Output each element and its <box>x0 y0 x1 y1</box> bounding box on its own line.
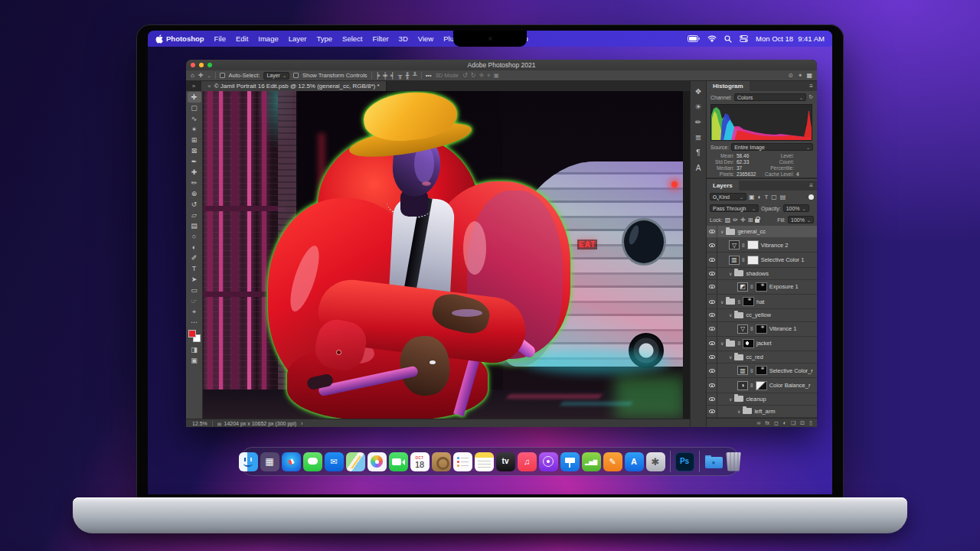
layer-row-cleanup[interactable]: ∨cleanup <box>707 393 817 406</box>
eraser-tool[interactable]: ▱ <box>188 210 201 220</box>
align-icon[interactable]: ╫ <box>405 72 410 79</box>
mask-thumbnail[interactable] <box>756 324 767 334</box>
dock-mail[interactable]: ✉ <box>325 452 344 471</box>
layer-row-left_arm[interactable]: ∨left_arm <box>707 406 817 418</box>
marquee-tool[interactable]: ▢ <box>188 103 201 113</box>
expand-chevron-icon[interactable]: ∨ <box>729 396 732 402</box>
adjustment-icon[interactable]: ▥ <box>729 256 740 265</box>
layers-action-icon[interactable]: ◻ <box>774 420 779 426</box>
blend-mode-dropdown[interactable]: Pass Through ⌄ <box>710 204 759 212</box>
adjustments-panel-icon[interactable]: ☀ <box>695 103 702 111</box>
panel-menu-icon[interactable]: ≡ <box>809 182 813 189</box>
visibility-toggle[interactable] <box>707 393 717 405</box>
lock-icon[interactable] <box>755 219 760 223</box>
panel-menu-icon[interactable]: ≡ <box>809 83 813 90</box>
expand-chevron-icon[interactable]: ∨ <box>737 409 740 414</box>
mask-thumbnail[interactable] <box>743 297 754 306</box>
dock-facetime[interactable] <box>389 452 408 471</box>
more-options-icon[interactable]: ••• <box>426 72 432 79</box>
dock-contacts[interactable] <box>432 452 451 471</box>
expand-chevron-icon[interactable]: ∨ <box>720 299 724 305</box>
expand-chevron-icon[interactable]: ∨ <box>729 354 732 360</box>
visibility-toggle[interactable] <box>707 238 717 252</box>
search-icon[interactable] <box>724 35 732 43</box>
menu-select[interactable]: Select <box>342 34 362 43</box>
paragraph-panel-icon[interactable]: ¶ <box>696 148 700 157</box>
frame-tool[interactable]: ⊠ <box>188 145 201 156</box>
status-chevron-icon[interactable]: › <box>301 421 302 426</box>
screen-mode[interactable]: ▣ <box>188 355 201 366</box>
filter-icon[interactable]: ▢ <box>771 194 777 201</box>
quick-mask[interactable]: ◨ <box>188 344 201 355</box>
filter-icon[interactable]: T <box>764 194 768 201</box>
path-select-tool[interactable]: ➤ <box>188 274 201 285</box>
layer-row-selective-color_r[interactable]: ▥8Selective Color_r <box>707 364 817 378</box>
layer-row-hat[interactable]: ∨8hat <box>707 295 817 309</box>
adjustment-icon[interactable]: ◩ <box>737 282 748 292</box>
lock-icon[interactable]: ▨ <box>725 217 731 223</box>
dock-finder[interactable] <box>239 452 258 471</box>
mask-thumbnail[interactable] <box>756 282 767 292</box>
refresh-icon[interactable]: ↻ <box>808 94 813 100</box>
mask-thumbnail[interactable] <box>756 381 767 390</box>
edit-toolbar[interactable]: ⋯ <box>188 317 201 328</box>
layer-row-cc_red[interactable]: ∨cc_red <box>707 351 817 364</box>
zoom-level[interactable]: 12.5% <box>192 421 207 426</box>
filter-icon[interactable]: ▣ <box>749 194 755 201</box>
dock-podcasts[interactable] <box>539 452 558 471</box>
align-icon[interactable]: ╥ <box>398 72 403 79</box>
visibility-toggle[interactable] <box>707 322 717 336</box>
layer-row-selective-color-1[interactable]: ▥8Selective Color 1 <box>707 253 817 267</box>
dodge-tool[interactable]: ◐ <box>188 242 201 253</box>
foreground-color[interactable] <box>188 330 196 337</box>
apple-menu[interactable] <box>155 34 163 44</box>
tab-close-icon[interactable]: × <box>207 83 211 90</box>
clone-stamp-tool[interactable]: ⊕ <box>188 188 201 199</box>
expand-chevron-icon[interactable]: ∨ <box>729 271 732 276</box>
menu-clock[interactable]: Mon Oct 18 9:41 AM <box>756 34 825 43</box>
expand-chevron-icon[interactable]: ∨ <box>729 312 732 318</box>
auto-select-checkbox[interactable] <box>220 73 225 78</box>
filter-icon[interactable]: ▤ <box>780 194 786 201</box>
lasso-tool[interactable]: ∿ <box>188 113 201 124</box>
adjustment-icon[interactable]: ◑ <box>737 381 748 390</box>
adjustment-icon[interactable]: ▽ <box>729 240 740 249</box>
3d-icon[interactable]: ⌖ <box>487 72 491 80</box>
dock-numbers[interactable]: ▂▅▇ <box>582 452 601 471</box>
dock-reminders[interactable] <box>453 452 472 471</box>
menu-file[interactable]: File <box>214 34 226 43</box>
menu-photoshop[interactable]: Photoshop <box>166 34 204 43</box>
menu-layer[interactable]: Layer <box>289 34 307 43</box>
visibility-toggle[interactable] <box>707 295 717 308</box>
color-swatches[interactable] <box>188 330 201 342</box>
dock-photos[interactable] <box>368 452 387 471</box>
3d-icon[interactable]: ▣ <box>494 72 500 80</box>
histogram-tab[interactable]: Histogram <box>707 81 750 91</box>
opacity-dropdown[interactable]: 100% ⌄ <box>783 204 809 212</box>
layers-action-icon[interactable]: ❏ <box>791 420 795 426</box>
visibility-toggle[interactable] <box>707 378 717 392</box>
layer-row-exposure-1[interactable]: ◩8Exposure 1 <box>707 280 817 295</box>
layers-tab[interactable]: Layers <box>707 181 739 191</box>
adjustment-icon[interactable]: ▥ <box>737 366 748 375</box>
wifi-icon[interactable] <box>707 35 717 42</box>
visibility-toggle[interactable] <box>707 268 717 279</box>
toolbar-toggle-icon[interactable]: » <box>186 81 201 91</box>
canvas[interactable]: EAT <box>203 91 683 419</box>
chevron-down-icon[interactable]: ⌄ <box>207 73 211 78</box>
crop-tool[interactable]: ⊞ <box>188 135 201 145</box>
layers-action-icon[interactable]: ⊡ <box>800 420 805 426</box>
layer-row-jacket[interactable]: ∨8jacket <box>707 337 817 351</box>
hand-tool[interactable]: ☞ <box>188 295 201 306</box>
channel-dropdown[interactable]: Colors ⌄ <box>734 93 806 101</box>
layer-row-vibrance-2[interactable]: ▽8Vibrance 2 <box>707 238 817 253</box>
mask-thumbnail[interactable] <box>743 339 754 348</box>
layers-action-icon[interactable]: fx <box>765 420 769 425</box>
visibility-toggle[interactable] <box>707 253 717 266</box>
document-tab[interactable]: × © Jamil Portrait 16 Edit.psb @ 12.5% (… <box>201 81 387 91</box>
dock-trash[interactable] <box>726 452 742 471</box>
workspace-icon[interactable]: ▦ <box>806 72 812 79</box>
dock-appstore[interactable]: A <box>625 452 644 471</box>
layer-row-shadows[interactable]: ∨shadows <box>707 268 817 280</box>
mask-thumbnail[interactable] <box>747 240 759 249</box>
